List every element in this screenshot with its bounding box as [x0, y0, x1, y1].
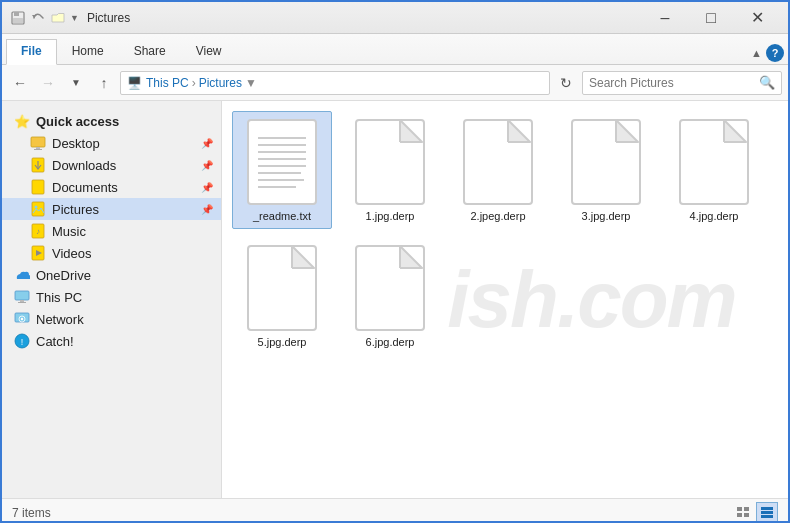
file-item[interactable]: 6.jpg.derp [340, 237, 440, 355]
svg-text:♪: ♪ [36, 227, 40, 236]
ribbon-collapse-icon[interactable]: ▲ [751, 47, 762, 59]
path-pictures[interactable]: Pictures [199, 76, 242, 90]
search-input[interactable] [589, 76, 759, 90]
svg-rect-55 [761, 507, 773, 510]
title-bar: ▼ Pictures – □ ✕ [2, 2, 788, 34]
svg-rect-17 [20, 300, 24, 302]
svg-rect-6 [34, 149, 42, 150]
sidebar-item-music[interactable]: ♪ Music [2, 220, 221, 242]
sidebar-item-pictures[interactable]: Pictures 📌 [2, 198, 221, 220]
downloads-label: Downloads [52, 158, 116, 173]
up-button[interactable]: ↑ [92, 71, 116, 95]
sidebar-item-documents[interactable]: Documents 📌 [2, 176, 221, 198]
file-icon [246, 118, 318, 206]
list-view-icon [736, 506, 750, 520]
svg-rect-9 [32, 180, 44, 194]
svg-rect-57 [761, 515, 773, 518]
sidebar-item-downloads[interactable]: Downloads 📌 [2, 154, 221, 176]
svg-rect-2 [13, 18, 23, 23]
tab-home[interactable]: Home [57, 39, 119, 65]
file-icon [570, 118, 642, 206]
quick-access-label: Quick access [36, 114, 119, 129]
sidebar-item-this-pc[interactable]: This PC [2, 286, 221, 308]
file-item[interactable]: 4.jpg.derp [664, 111, 764, 229]
catch-icon: ! [14, 333, 30, 349]
onedrive-label: OneDrive [36, 268, 91, 283]
window-title: Pictures [87, 11, 642, 25]
svg-rect-1 [14, 12, 19, 16]
music-label: Music [52, 224, 86, 239]
file-name: 5.jpg.derp [258, 336, 307, 348]
watermark: ish.com [447, 254, 735, 346]
svg-point-21 [21, 318, 23, 320]
svg-rect-54 [744, 513, 749, 517]
tab-file[interactable]: File [6, 39, 57, 65]
file-icon [246, 244, 318, 332]
desktop-icon [30, 135, 46, 151]
path-this-pc[interactable]: This PC [146, 76, 189, 90]
documents-label: Documents [52, 180, 118, 195]
back-button[interactable]: ← [8, 71, 32, 95]
quick-access-toolbar: ▼ [10, 10, 79, 26]
sidebar-item-catch[interactable]: ! Catch! [2, 330, 221, 352]
file-item[interactable]: 5.jpg.derp [232, 237, 332, 355]
desktop-label: Desktop [52, 136, 100, 151]
svg-rect-4 [31, 137, 45, 147]
svg-point-11 [35, 206, 38, 209]
desktop-pin: 📌 [201, 138, 213, 149]
pictures-icon [30, 201, 46, 217]
file-name: 4.jpg.derp [690, 210, 739, 222]
pictures-pin: 📌 [201, 204, 213, 215]
minimize-button[interactable]: – [642, 2, 688, 34]
forward-button[interactable]: → [36, 71, 60, 95]
sidebar-item-desktop[interactable]: Desktop 📌 [2, 132, 221, 154]
file-item[interactable]: _readme.txt [232, 111, 332, 229]
documents-icon [30, 179, 46, 195]
file-name: 1.jpg.derp [366, 210, 415, 222]
downloads-icon [30, 157, 46, 173]
this-pc-label: This PC [36, 290, 82, 305]
tab-share[interactable]: Share [119, 39, 181, 65]
file-name: 3.jpg.derp [582, 210, 631, 222]
sidebar-item-network[interactable]: Network [2, 308, 221, 330]
file-item[interactable]: 3.jpg.derp [556, 111, 656, 229]
window-controls: – □ ✕ [642, 2, 780, 34]
quick-access-dropdown[interactable]: ▼ [70, 13, 79, 23]
svg-rect-56 [761, 511, 773, 514]
address-path[interactable]: 🖥️ This PC › Pictures ▼ [120, 71, 550, 95]
network-label: Network [36, 312, 84, 327]
search-icon: 🔍 [759, 75, 775, 90]
file-name: 2.jpeg.derp [470, 210, 525, 222]
help-button[interactable]: ? [766, 44, 784, 62]
tab-view[interactable]: View [181, 39, 237, 65]
pictures-label: Pictures [52, 202, 99, 217]
svg-rect-19 [15, 313, 29, 322]
quick-access-icon: ⭐ [14, 113, 30, 129]
svg-text:!: ! [21, 337, 24, 347]
svg-rect-16 [15, 291, 29, 300]
svg-rect-52 [744, 507, 749, 511]
file-item[interactable]: 1.jpg.derp [340, 111, 440, 229]
sidebar: ⭐ Quick access Desktop 📌 Downloads 📌 Doc… [2, 101, 222, 498]
sidebar-item-onedrive[interactable]: OneDrive [2, 264, 221, 286]
computer-icon [14, 289, 30, 305]
view-controls [732, 502, 778, 524]
dropdown-button[interactable]: ▼ [64, 71, 88, 95]
detail-view-icon [760, 506, 774, 520]
item-count: 7 items [12, 506, 51, 520]
sidebar-section-quick-access[interactable]: ⭐ Quick access [2, 107, 221, 132]
sidebar-item-videos[interactable]: Videos [2, 242, 221, 264]
path-icon: 🖥️ [127, 76, 142, 90]
maximize-button[interactable]: □ [688, 2, 734, 34]
svg-rect-53 [737, 513, 742, 517]
file-item[interactable]: 2.jpeg.derp [448, 111, 548, 229]
list-view-button[interactable] [732, 502, 754, 524]
file-icon [354, 244, 426, 332]
search-box[interactable]: 🔍 [582, 71, 782, 95]
detail-view-button[interactable] [756, 502, 778, 524]
catch-label: Catch! [36, 334, 74, 349]
refresh-button[interactable]: ↻ [554, 71, 578, 95]
videos-icon [30, 245, 46, 261]
content-area: ish.com _readme.txt 1.jpg.derp [222, 101, 788, 498]
close-button[interactable]: ✕ [734, 2, 780, 34]
